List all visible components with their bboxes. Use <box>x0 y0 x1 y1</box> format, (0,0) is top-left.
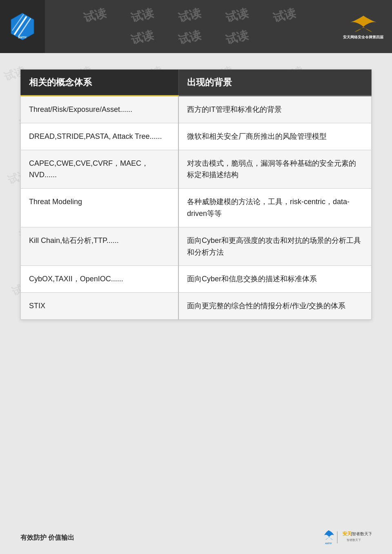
header-wm-4: 试读 <box>224 5 250 26</box>
header-wm-5: 试读 <box>272 5 298 26</box>
header-wm-3: 试读 <box>177 5 203 26</box>
header-wm-2: 试读 <box>129 5 156 26</box>
table-row: STIX面向更完整的综合性的情报分析/作业/交换的体系 <box>21 293 372 320</box>
svg-text:|智者数天下: |智者数天下 <box>351 532 372 536</box>
cell-col2-3: 各种威胁建模的方法论，工具，risk-centric，data-driven等等 <box>178 189 371 227</box>
cell-col2-5: 面向Cyber和信息交换的描述和标准体系 <box>178 266 371 293</box>
svg-text:安天: 安天 <box>342 531 352 536</box>
cell-col1-2: CAPEC,CWE,CVE,CVRF，MAEC，NVD...... <box>21 150 179 189</box>
col1-header: 相关的概念体系 <box>21 70 179 96</box>
header-wm-7: 试读 <box>177 27 203 48</box>
svg-text:ANTIY: ANTIY <box>325 542 332 545</box>
cell-col1-6: STIX <box>21 293 179 320</box>
svg-text:安天网络安全令牌第四届: 安天网络安全令牌第四届 <box>343 34 384 39</box>
cell-col1-0: Threat/Risk/Exposure/Asset...... <box>21 96 179 123</box>
table-row: Threat Modeling各种威胁建模的方法论，工具，risk-centri… <box>21 189 372 227</box>
concept-table: 相关的概念体系 出现的背景 Threat/Risk/Exposure/Asset… <box>20 69 372 320</box>
main-content: 试读 试读 试读 试读 试读 试读 试读 试读 试读 试读 试读 试读 试读 试… <box>0 53 392 332</box>
cell-col1-5: CybOX,TAXII，OpenIOC...... <box>21 266 179 293</box>
antiy-logo: ANTIY <box>8 12 37 41</box>
cell-col2-6: 面向更完整的综合性的情报分析/作业/交换的体系 <box>178 293 371 320</box>
cell-col2-1: 微软和相关安全厂商所推出的风险管理模型 <box>178 123 371 150</box>
brand-img: 安天网络安全令牌第四届 <box>341 10 386 43</box>
footer: 有效防护 价值输出 ANTIY 安天 |智者数天下 智者数天下 <box>0 521 392 554</box>
svg-text:智者数天下: 智者数天下 <box>347 538 361 542</box>
table-row: Threat/Risk/Exposure/Asset......西方的IT管理和… <box>21 96 372 123</box>
cell-col1-1: DREAD,STRIDE,PASTA, Attack Tree...... <box>21 123 179 150</box>
table-row: Kill Chain,钻石分析,TTP......面向Cyber和更高强度的攻击… <box>21 227 372 266</box>
footer-logo: ANTIY 安天 |智者数天下 智者数天下 <box>323 527 372 549</box>
header-wm-8: 试读 <box>224 27 250 48</box>
svg-text:ANTIY: ANTIY <box>18 36 27 39</box>
header: ANTIY 试读 试读 试读 试读 试读 试读 试读 试读 安天网络安全令牌第四… <box>0 0 392 53</box>
cell-col1-4: Kill Chain,钻石分析,TTP...... <box>21 227 179 266</box>
header-watermarks: 试读 试读 试读 试读 试读 试读 试读 试读 <box>45 4 335 49</box>
cell-col2-0: 西方的IT管理和标准化的背景 <box>178 96 371 123</box>
cell-col2-2: 对攻击模式，脆弱点，漏洞等各种基础的安全元素的标定和描述结构 <box>178 150 371 189</box>
header-wm-1: 试读 <box>82 5 108 26</box>
cell-col2-4: 面向Cyber和更高强度的攻击和对抗的场景的分析工具和分析方法 <box>178 227 371 266</box>
logo-area: ANTIY <box>0 0 45 53</box>
table-row: DREAD,STRIDE,PASTA, Attack Tree......微软和… <box>21 123 372 150</box>
cell-col1-3: Threat Modeling <box>21 189 179 227</box>
table-row: CybOX,TAXII，OpenIOC......面向Cyber和信息交换的描述… <box>21 266 372 293</box>
col2-header: 出现的背景 <box>178 70 371 96</box>
table-row: CAPEC,CWE,CVE,CVRF，MAEC，NVD......对攻击模式，脆… <box>21 150 372 189</box>
header-wm-6: 试读 <box>129 27 156 48</box>
footer-right: ANTIY 安天 |智者数天下 智者数天下 <box>323 527 372 549</box>
header-right-brand: 安天网络安全令牌第四届 <box>335 0 392 53</box>
footer-tagline: 有效防护 价值输出 <box>20 534 74 542</box>
